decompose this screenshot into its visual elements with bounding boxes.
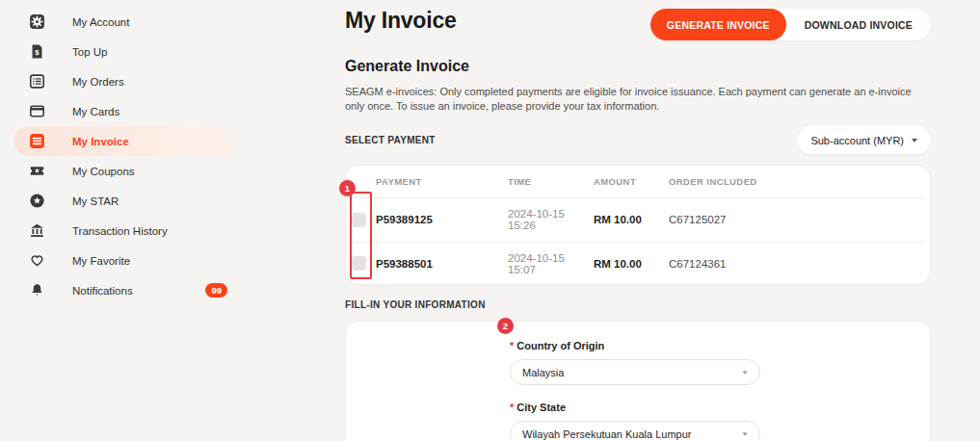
sidebar-item-label: Notifications bbox=[72, 285, 133, 297]
column-header-time: TIME bbox=[508, 176, 594, 187]
section-description: SEAGM e-invoices: Only completed payment… bbox=[345, 85, 931, 114]
bell-icon bbox=[29, 282, 45, 298]
select-payment-label: SELECT PAYMENT bbox=[345, 135, 436, 145]
city-state-value: Wilayah Persekutuan Kuala Lumpur bbox=[522, 428, 691, 440]
column-header-order: ORDER INCLUDED bbox=[669, 176, 924, 187]
sidebar-item-top-up[interactable]: $ Top Up bbox=[13, 37, 237, 66]
sidebar-item-label: My Invoice bbox=[72, 136, 129, 147]
country-of-origin-label: * Country of Origin bbox=[510, 340, 930, 351]
payment-amount: RM 10.00 bbox=[594, 258, 669, 270]
sidebar-item-my-cards[interactable]: My Cards bbox=[13, 96, 237, 126]
payment-amount: RM 10.00 bbox=[594, 214, 669, 225]
table-row: P59388501 2024-10-15 15:07 RM 10.00 C671… bbox=[352, 242, 924, 286]
order-included: C67124361 bbox=[669, 258, 924, 270]
page-header: My Invoice GENERATE INVOICE DOWNLOAD INV… bbox=[345, 0, 931, 40]
fill-in-information-label: FILL-IN YOUR INFORMATION bbox=[345, 299, 931, 310]
gear-icon bbox=[29, 13, 45, 30]
sidebar-item-label: My Orders bbox=[72, 76, 124, 88]
chevron-down-icon bbox=[912, 139, 917, 143]
sidebar-item-label: My Favorite bbox=[72, 255, 130, 267]
coupon-icon bbox=[29, 163, 45, 179]
invoice-icon bbox=[29, 133, 45, 149]
sidebar-item-my-star[interactable]: My STAR bbox=[13, 186, 237, 216]
country-of-origin-select[interactable]: Malaysia bbox=[510, 359, 760, 385]
sidebar-item-label: My STAR bbox=[72, 195, 119, 207]
sidebar-item-transaction-history[interactable]: Transaction History bbox=[13, 216, 237, 246]
country-of-origin-field: * Country of Origin Malaysia bbox=[510, 340, 930, 385]
my-invoice-page: My Account $ Top Up My Orders My Cards M… bbox=[0, 0, 980, 441]
payment-id: P59389125 bbox=[376, 214, 508, 225]
city-state-field: * City State Wilayah Persekutuan Kuala L… bbox=[510, 402, 930, 441]
cards-icon bbox=[29, 103, 45, 119]
svg-text:$: $ bbox=[35, 48, 40, 57]
payment-checkbox[interactable] bbox=[352, 256, 366, 271]
heart-icon bbox=[29, 252, 45, 269]
invoice-tabs: GENERATE INVOICE DOWNLOAD INVOICE bbox=[650, 9, 931, 40]
sidebar: My Account $ Top Up My Orders My Cards M… bbox=[0, 0, 328, 305]
sidebar-item-label: Transaction History bbox=[72, 225, 168, 237]
sidebar-item-my-invoice[interactable]: My Invoice bbox=[13, 126, 237, 156]
table-header-row: PAYMENT TIME AMOUNT ORDER INCLUDED bbox=[352, 166, 924, 197]
sidebar-item-my-account[interactable]: My Account bbox=[13, 7, 237, 37]
payment-checkbox[interactable] bbox=[352, 213, 366, 227]
main-content: My Invoice GENERATE INVOICE DOWNLOAD INV… bbox=[345, 0, 931, 441]
table-row: P59389125 2024-10-15 15:26 RM 10.00 C671… bbox=[352, 197, 924, 242]
bank-icon bbox=[29, 222, 45, 239]
page-title: My Invoice bbox=[345, 8, 457, 34]
sub-account-dropdown[interactable]: Sub-account (MYR) bbox=[797, 126, 931, 154]
sidebar-item-label: Top Up bbox=[72, 46, 107, 58]
orders-icon bbox=[29, 73, 45, 90]
payment-table: PAYMENT TIME AMOUNT ORDER INCLUDED P5938… bbox=[345, 165, 931, 285]
sub-account-dropdown-value: Sub-account (MYR) bbox=[810, 135, 904, 146]
column-header-amount: AMOUNT bbox=[594, 176, 669, 187]
sidebar-item-label: My Cards bbox=[72, 106, 119, 117]
tab-generate-invoice[interactable]: GENERATE INVOICE bbox=[650, 9, 786, 40]
required-marker: * bbox=[510, 340, 514, 351]
column-header-payment: PAYMENT bbox=[376, 176, 508, 187]
tab-download-invoice[interactable]: DOWNLOAD INVOICE bbox=[786, 9, 931, 40]
payment-time: 2024-10-15 15:07 bbox=[508, 252, 594, 275]
city-state-label: * City State bbox=[510, 402, 930, 413]
sidebar-item-notifications[interactable]: Notifications 99 bbox=[13, 275, 237, 305]
sidebar-item-my-coupons[interactable]: My Coupons bbox=[13, 156, 237, 186]
sidebar-item-my-orders[interactable]: My Orders bbox=[13, 66, 237, 96]
select-payment-row: SELECT PAYMENT Sub-account (MYR) bbox=[345, 126, 931, 154]
sidebar-item-label: My Coupons bbox=[72, 166, 135, 177]
tax-information-form: * Country of Origin Malaysia * City Stat… bbox=[345, 321, 931, 441]
required-marker: * bbox=[510, 402, 514, 413]
topup-icon: $ bbox=[29, 43, 45, 60]
sidebar-item-label: My Account bbox=[72, 16, 129, 28]
notification-badge: 99 bbox=[205, 283, 227, 298]
chevron-down-icon bbox=[742, 432, 747, 435]
order-included: C67125027 bbox=[669, 214, 924, 225]
payment-id: P59388501 bbox=[376, 258, 508, 270]
city-state-select[interactable]: Wilayah Persekutuan Kuala Lumpur bbox=[510, 421, 760, 441]
country-of-origin-value: Malaysia bbox=[522, 367, 564, 378]
section-heading: Generate Invoice bbox=[345, 58, 931, 75]
sidebar-item-my-favorite[interactable]: My Favorite bbox=[13, 246, 237, 275]
chevron-down-icon bbox=[742, 371, 747, 374]
star-icon bbox=[29, 193, 45, 209]
payment-time: 2024-10-15 15:26 bbox=[508, 208, 594, 231]
